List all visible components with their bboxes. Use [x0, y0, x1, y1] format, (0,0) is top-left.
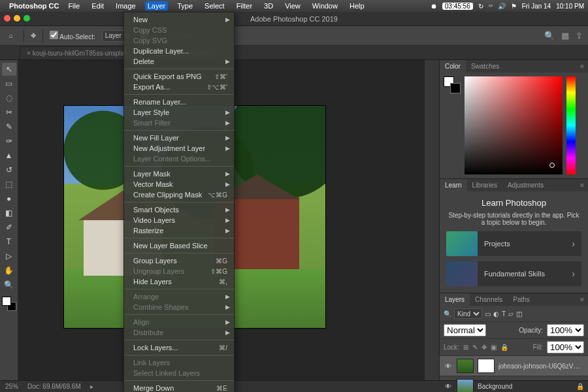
- tool-button[interactable]: ✎: [2, 120, 16, 133]
- share-icon[interactable]: ⇪: [576, 31, 583, 41]
- color-field[interactable]: [465, 76, 563, 174]
- tool-button[interactable]: ⬚: [2, 178, 16, 191]
- tab-libraries[interactable]: Libraries: [467, 179, 502, 191]
- layer-thumbnail[interactable]: [457, 379, 474, 392]
- visibility-icon[interactable]: 👁: [444, 363, 453, 370]
- tool-button[interactable]: ✐: [2, 221, 16, 234]
- tool-button[interactable]: ▷: [2, 250, 16, 263]
- menu-item[interactable]: New Adjustment Layer▶: [124, 143, 234, 154]
- filter-smart-icon[interactable]: ◫: [516, 310, 522, 318]
- learn-item-projects[interactable]: Projects ›: [446, 231, 581, 256]
- menu-item[interactable]: Smart Objects▶: [124, 204, 234, 215]
- auto-select-checkbox[interactable]: Auto-Select:: [50, 31, 95, 41]
- menu-select[interactable]: Select: [202, 1, 227, 10]
- fill-select[interactable]: 100%: [547, 341, 584, 353]
- layer-mask-thumbnail[interactable]: [478, 359, 495, 373]
- tool-button[interactable]: ↖: [2, 63, 16, 76]
- collapsed-panel-dock[interactable]: [425, 60, 439, 380]
- tab-adjustments[interactable]: Adjustments: [502, 179, 549, 191]
- menu-item[interactable]: Rasterize▶: [124, 225, 234, 236]
- menu-item[interactable]: Export As...⇧⌥⌘': [124, 82, 234, 92]
- menu-filter[interactable]: Filter: [234, 1, 255, 10]
- menu-window[interactable]: Window: [310, 1, 340, 10]
- menu-image[interactable]: Image: [113, 1, 139, 10]
- tool-button[interactable]: ◌: [2, 91, 16, 105]
- tool-button[interactable]: ✑: [2, 135, 16, 148]
- layer-thumbnail[interactable]: [457, 359, 474, 373]
- tool-button[interactable]: ●: [2, 192, 16, 205]
- tool-button[interactable]: T: [2, 235, 16, 248]
- flag-icon[interactable]: ⚑: [511, 3, 517, 10]
- layer-filter-kind[interactable]: Kind: [454, 308, 482, 319]
- tool-button[interactable]: ▲: [2, 149, 16, 162]
- menu-item[interactable]: Layer Mask▶: [124, 169, 234, 179]
- menu-item[interactable]: Lock Layers...⌘/: [124, 342, 234, 353]
- menu-file[interactable]: File: [65, 1, 82, 10]
- menu-help[interactable]: Help: [347, 1, 367, 10]
- filter-pixel-icon[interactable]: ▭: [485, 310, 491, 318]
- learn-item-fundamentals[interactable]: Fundamental Skills ›: [446, 261, 581, 286]
- tab-color[interactable]: Color: [440, 60, 466, 73]
- menu-item[interactable]: Merge Down⌘E: [124, 383, 234, 392]
- visibility-icon[interactable]: 👁: [444, 383, 453, 390]
- tool-button[interactable]: ✋: [2, 264, 16, 277]
- tool-button[interactable]: 🔍: [2, 278, 16, 291]
- filter-shape-icon[interactable]: ▱: [508, 310, 514, 318]
- menu-item[interactable]: Rename Layer...: [124, 97, 234, 107]
- menu-item[interactable]: Video Layers▶: [124, 215, 234, 225]
- menu-item[interactable]: New Layer Based Slice: [124, 240, 234, 251]
- filter-adjust-icon[interactable]: ◐: [493, 310, 499, 318]
- tab-swatches[interactable]: Swatches: [466, 60, 504, 73]
- tab-paths[interactable]: Paths: [508, 293, 535, 306]
- record-icon[interactable]: ⏺: [431, 3, 437, 10]
- hue-slider[interactable]: [566, 76, 576, 174]
- menu-item[interactable]: Group Layers⌘G: [124, 255, 234, 266]
- tool-button[interactable]: ▭: [2, 77, 16, 90]
- move-tool-icon[interactable]: ✥: [31, 32, 36, 39]
- menu-item[interactable]: Create Clipping Mask⌥⌘G: [124, 189, 234, 200]
- volume-icon[interactable]: 🔊: [498, 3, 506, 10]
- layer-row[interactable]: 👁 johnson-johnson-U6Q6zVDgmSs-unsplash: [440, 356, 588, 376]
- menu-layer[interactable]: Layer: [145, 1, 169, 10]
- chevron-right-icon[interactable]: ▸: [90, 383, 93, 390]
- blend-mode-select[interactable]: Normal: [444, 324, 486, 336]
- lock-pixels-icon[interactable]: ✎: [472, 344, 478, 351]
- panel-menu-icon[interactable]: ≡: [576, 293, 588, 306]
- home-icon[interactable]: ⌂: [5, 30, 17, 42]
- panel-menu-icon[interactable]: ≡: [576, 60, 588, 73]
- tab-learn[interactable]: Learn: [440, 179, 467, 191]
- tool-button[interactable]: ↺: [2, 163, 16, 176]
- tab-layers[interactable]: Layers: [440, 293, 470, 306]
- lock-position-icon[interactable]: ✥: [482, 344, 487, 351]
- doc-size[interactable]: Doc: 69.6M/69.6M: [27, 383, 81, 390]
- layer-name[interactable]: Background: [478, 383, 572, 390]
- menu-item[interactable]: New Fill Layer▶: [124, 133, 234, 143]
- tool-button[interactable]: ◧: [2, 206, 16, 220]
- panel-menu-icon[interactable]: ≡: [576, 179, 588, 191]
- wifi-icon[interactable]: ⌔: [489, 3, 493, 10]
- lock-icon[interactable]: 🔒: [500, 344, 508, 351]
- layer-row[interactable]: 👁 Background 🔒: [440, 376, 588, 392]
- menu-item[interactable]: Vector Mask▶: [124, 179, 234, 189]
- menu-type[interactable]: Type: [174, 1, 195, 10]
- layer-name[interactable]: johnson-johnson-U6Q6zVDgmSs-unsplash: [498, 363, 584, 370]
- menubar-time[interactable]: 10:10 PM: [556, 3, 584, 10]
- tool-button[interactable]: ✂: [2, 106, 16, 119]
- search-icon[interactable]: 🔍: [444, 310, 451, 318]
- menu-item[interactable]: Quick Export as PNG⇧⌘': [124, 71, 234, 82]
- opacity-select[interactable]: 100%: [547, 324, 584, 336]
- menu-3d[interactable]: 3D: [261, 1, 276, 10]
- color-swatch[interactable]: [2, 297, 16, 311]
- maximize-window-icon[interactable]: [24, 15, 30, 22]
- filter-type-icon[interactable]: T: [502, 310, 506, 318]
- menu-edit[interactable]: Edit: [89, 1, 106, 10]
- lock-artboard-icon[interactable]: ▣: [491, 344, 497, 351]
- minimize-window-icon[interactable]: [14, 15, 20, 22]
- app-name[interactable]: Photoshop CC: [9, 2, 59, 10]
- menubar-date[interactable]: Fri Jan 14: [522, 3, 551, 10]
- tab-channels[interactable]: Channels: [470, 293, 508, 306]
- zoom-level[interactable]: 25%: [5, 383, 18, 390]
- menu-item[interactable]: Duplicate Layer...: [124, 46, 234, 56]
- search-icon[interactable]: 🔍: [544, 31, 555, 41]
- foreground-background-swatch[interactable]: [444, 76, 461, 93]
